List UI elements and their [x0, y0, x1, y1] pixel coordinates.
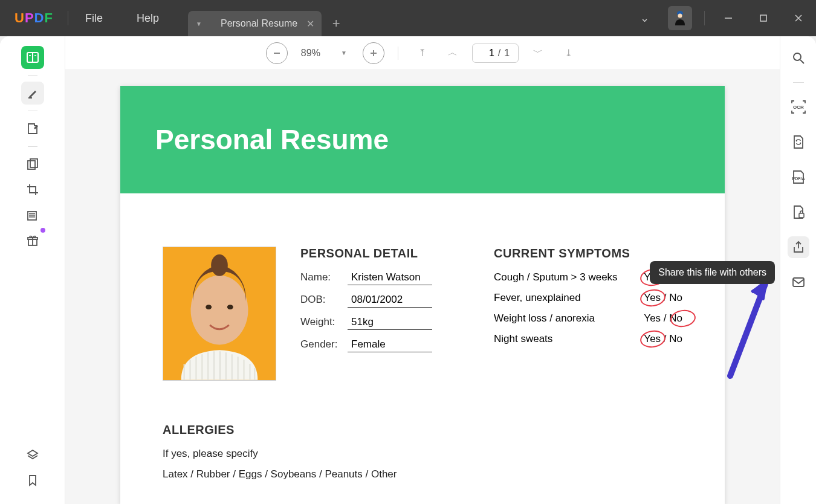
tab-list-dropdown[interactable]: ▼	[188, 11, 210, 36]
page-total: 1	[504, 48, 510, 59]
symptom-answer: Yes / No	[644, 312, 682, 325]
symptom-label: Night sweats	[494, 333, 552, 345]
personal-detail-section: PERSONAL DETAIL Name:Kristen Watson DOB:…	[300, 247, 470, 381]
allergies-section: ALLERGIES If yes, please specify Latex /…	[120, 405, 725, 504]
divider	[28, 75, 37, 76]
svg-rect-11	[28, 212, 36, 220]
titlebar: UPDF File Help ▼ Personal Resume ✕ + ⌄	[0, 0, 816, 36]
menu-help[interactable]: Help	[120, 12, 176, 25]
section-heading: PERSONAL DETAIL	[300, 247, 470, 260]
redact-icon[interactable]	[21, 204, 44, 227]
left-sidebar	[0, 36, 65, 504]
circled-mark	[640, 288, 667, 308]
doc-title: Personal Resume	[155, 123, 389, 156]
svg-point-22	[227, 305, 233, 309]
prev-page-icon[interactable]: ︿	[442, 42, 464, 64]
layers-icon[interactable]	[21, 444, 44, 467]
organize-pages-icon[interactable]	[21, 153, 44, 176]
convert-icon[interactable]	[788, 131, 809, 153]
symptom-answer: Yes / No	[644, 292, 682, 304]
share-icon[interactable]	[788, 236, 809, 258]
highlighter-icon[interactable]	[21, 82, 44, 105]
ocr-icon[interactable]: OCR	[788, 96, 809, 118]
svg-text:PDF/A: PDF/A	[792, 176, 805, 181]
window-close[interactable]	[781, 0, 816, 36]
svg-point-1	[678, 14, 682, 18]
main-area: 89% ▼ ⤒ ︿ / 1 ﹀ ⤓ Personal Resume	[0, 36, 816, 504]
titlebar-right: ⌄	[627, 0, 816, 36]
dob-value: 08/01/2002	[348, 294, 432, 308]
svg-text:OCR: OCR	[793, 105, 804, 110]
dob-label: DOB:	[300, 294, 348, 306]
svg-point-21	[206, 305, 212, 309]
zoom-dropdown[interactable]: ▼	[334, 50, 354, 56]
gender-label: Gender:	[300, 338, 348, 351]
notification-dot	[40, 228, 45, 233]
section-heading: ALLERGIES	[163, 423, 682, 437]
window-minimize[interactable]	[711, 0, 746, 36]
app-logo: UPDF	[0, 10, 68, 26]
user-avatar[interactable]	[668, 6, 692, 30]
window-dropdown[interactable]: ⌄	[627, 0, 662, 36]
svg-point-20	[211, 254, 228, 276]
edit-icon[interactable]	[21, 117, 44, 140]
svg-point-23	[794, 53, 801, 60]
gift-icon[interactable]	[21, 229, 44, 252]
right-sidebar: OCR PDF/A	[780, 36, 816, 504]
symptom-label: Fever, unexplained	[494, 292, 581, 304]
divider	[704, 11, 705, 25]
next-page-icon[interactable]: ﹀	[527, 42, 549, 64]
symptom-row: Night sweatsYes / No	[494, 333, 682, 345]
weight-label: Weight:	[300, 316, 348, 328]
page-sep: /	[498, 48, 500, 59]
zoom-in-button[interactable]	[363, 42, 384, 64]
weight-value: 51kg	[348, 316, 432, 330]
tab-personal-resume[interactable]: Personal Resume ✕	[210, 11, 322, 36]
top-toolbar: 89% ▼ ⤒ ︿ / 1 ﹀ ⤓	[65, 36, 780, 70]
svg-point-19	[191, 276, 248, 345]
circled-mark	[670, 308, 697, 329]
symptom-answer: Yes / No	[644, 333, 682, 345]
doc-banner: Personal Resume	[120, 86, 725, 193]
window-maximize[interactable]	[746, 0, 781, 36]
name-value: Kristen Watson	[348, 271, 432, 285]
page-indicator: / 1	[472, 44, 519, 63]
divider	[28, 111, 37, 111]
first-page-icon[interactable]: ⤒	[412, 42, 433, 64]
document-page: Personal Resume	[120, 86, 725, 504]
email-icon[interactable]	[788, 271, 809, 293]
new-tab-button[interactable]: +	[324, 11, 348, 36]
divider	[28, 146, 37, 147]
allergy-line2: Latex / Rubber / Eggs / Soybeans / Peanu…	[163, 468, 682, 480]
bookmark-icon[interactable]	[21, 469, 44, 492]
reader-mode-icon[interactable]	[21, 46, 44, 69]
name-label: Name:	[300, 271, 348, 283]
menu-file[interactable]: File	[68, 12, 120, 25]
pdfa-icon[interactable]: PDF/A	[788, 166, 809, 188]
allergy-line1: If yes, please specify	[163, 448, 682, 460]
document-viewport[interactable]: Personal Resume	[65, 70, 780, 504]
search-icon[interactable]	[788, 47, 809, 69]
divider	[398, 47, 398, 60]
crop-icon[interactable]	[21, 178, 44, 201]
divider	[793, 82, 804, 83]
page-input[interactable]	[481, 48, 494, 59]
svg-line-24	[800, 60, 804, 63]
svg-rect-27	[799, 213, 804, 218]
zoom-out-button[interactable]	[266, 42, 288, 64]
svg-rect-8	[28, 97, 32, 99]
tab-label: Personal Resume	[221, 18, 297, 29]
circled-mark	[640, 329, 667, 349]
symptom-label: Cough / Sputum > 3 weeks	[494, 271, 618, 283]
profile-photo	[163, 247, 276, 381]
tab-bar: ▼ Personal Resume ✕ +	[188, 0, 348, 36]
svg-rect-3	[760, 15, 766, 21]
zoom-value: 89%	[296, 48, 325, 59]
tab-close-icon[interactable]: ✕	[306, 18, 314, 30]
svg-rect-28	[793, 278, 804, 286]
protect-icon[interactable]	[788, 201, 809, 223]
section-heading: CURRENT SYMPTOMS	[494, 247, 682, 260]
symptom-label: Weight loss / anorexia	[494, 312, 595, 325]
last-page-icon[interactable]: ⤓	[557, 42, 579, 64]
gender-value: Female	[348, 338, 432, 352]
